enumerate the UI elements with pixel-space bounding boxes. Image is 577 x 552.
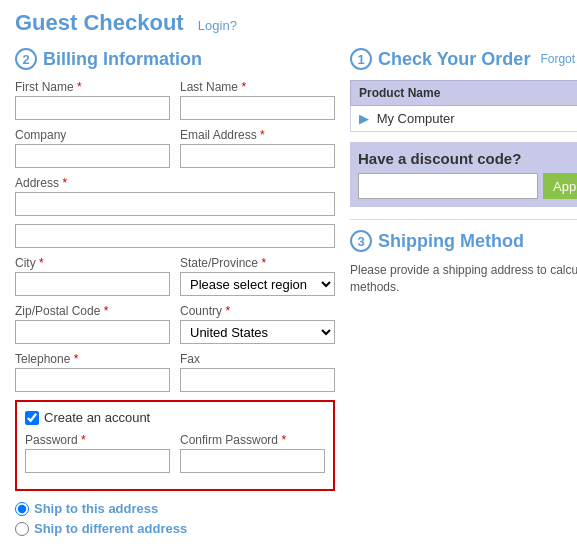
password-row: Password * Confirm Password * (25, 433, 325, 473)
order-title: Check Your Order (378, 49, 530, 70)
zip-input[interactable] (15, 320, 170, 344)
order-number: 1 (350, 48, 372, 70)
state-group: State/Province * Please select region (180, 256, 335, 296)
email-group: Email Address * (180, 128, 335, 168)
last-name-group: Last Name * (180, 80, 335, 120)
account-box: Create an account Password * Confirm Pas… (15, 400, 335, 491)
address-label: Address * (15, 176, 335, 190)
order-table: Product Name ▶ My Computer (350, 80, 577, 132)
password-input[interactable] (25, 449, 170, 473)
state-label: State/Province * (180, 256, 335, 270)
company-label: Company (15, 128, 170, 142)
company-group: Company (15, 128, 170, 168)
country-select[interactable]: United States (180, 320, 335, 344)
name-row: First Name * Last Name * (15, 80, 335, 120)
discount-row: Apply Coupon (358, 173, 577, 199)
state-select[interactable]: Please select region (180, 272, 335, 296)
discount-box: Have a discount code? Apply Coupon (350, 142, 577, 207)
first-name-input[interactable] (15, 96, 170, 120)
email-label: Email Address * (180, 128, 335, 142)
company-email-row: Company Email Address * (15, 128, 335, 168)
address-label-group: Address * (15, 176, 335, 216)
main-layout: 2 Billing Information First Name * Last … (15, 48, 562, 541)
order-table-header: Product Name (351, 81, 578, 106)
ship-to-address-label: Ship to this address (34, 501, 158, 516)
address2-row (15, 224, 335, 248)
apply-coupon-button[interactable]: Apply Coupon (543, 173, 577, 199)
right-column: 1 Check Your Order Forgot an it Product … (350, 48, 577, 541)
address-input-1[interactable] (15, 192, 335, 216)
company-input[interactable] (15, 144, 170, 168)
first-name-group: First Name * (15, 80, 170, 120)
fax-input[interactable] (180, 368, 335, 392)
table-row: ▶ My Computer (351, 106, 578, 132)
country-group: Country * United States (180, 304, 335, 344)
password-group: Password * (25, 433, 170, 473)
zip-country-row: Zip/Postal Code * Country * United State… (15, 304, 335, 344)
product-name-cell: ▶ My Computer (351, 106, 578, 132)
billing-header: 2 Billing Information (15, 48, 335, 70)
zip-group: Zip/Postal Code * (15, 304, 170, 344)
billing-number: 2 (15, 48, 37, 70)
shipping-number: 3 (350, 230, 372, 252)
order-note: Forgot an it (540, 52, 577, 66)
city-state-row: City * State/Province * Please select re… (15, 256, 335, 296)
email-input[interactable] (180, 144, 335, 168)
city-group: City * (15, 256, 170, 296)
city-label: City * (15, 256, 170, 270)
page-title: Guest Checkout Login? (15, 10, 562, 36)
telephone-input[interactable] (15, 368, 170, 392)
address-label-row: Address * (15, 176, 335, 216)
last-name-label: Last Name * (180, 80, 335, 94)
address2-group (15, 224, 335, 248)
ship-to-different-row: Ship to different address (15, 521, 335, 536)
page-header: Guest Checkout Login? (15, 10, 562, 36)
create-account-checkbox[interactable] (25, 411, 39, 425)
divider (350, 219, 577, 220)
zip-label: Zip/Postal Code * (15, 304, 170, 318)
billing-section: 2 Billing Information First Name * Last … (15, 48, 335, 541)
tel-fax-row: Telephone * Fax (15, 352, 335, 392)
shipping-title: Shipping Method (378, 231, 524, 252)
ship-to-address-row: Ship to this address (15, 501, 335, 516)
order-header: 1 Check Your Order Forgot an it (350, 48, 577, 70)
shipping-description: Please provide a shipping address to cal… (350, 262, 577, 296)
ship-to-address-radio[interactable] (15, 502, 29, 516)
ship-to-different-label: Ship to different address (34, 521, 187, 536)
confirm-password-label: Confirm Password * (180, 433, 325, 447)
discount-title: Have a discount code? (358, 150, 577, 167)
fax-label: Fax (180, 352, 335, 366)
address-input-2[interactable] (15, 224, 335, 248)
telephone-group: Telephone * (15, 352, 170, 392)
fax-group: Fax (180, 352, 335, 392)
telephone-label: Telephone * (15, 352, 170, 366)
ship-to-different-radio[interactable] (15, 522, 29, 536)
password-label: Password * (25, 433, 170, 447)
create-account-label: Create an account (44, 410, 150, 425)
create-account-row: Create an account (25, 410, 325, 425)
product-name: My Computer (377, 111, 455, 126)
login-link[interactable]: Login? (198, 18, 237, 33)
confirm-password-group: Confirm Password * (180, 433, 325, 473)
city-input[interactable] (15, 272, 170, 296)
shipping-header: 3 Shipping Method (350, 230, 577, 252)
last-name-input[interactable] (180, 96, 335, 120)
billing-title: Billing Information (43, 49, 202, 70)
confirm-password-input[interactable] (180, 449, 325, 473)
discount-input[interactable] (358, 173, 538, 199)
arrow-icon: ▶ (359, 111, 369, 126)
first-name-label: First Name * (15, 80, 170, 94)
country-label: Country * (180, 304, 335, 318)
